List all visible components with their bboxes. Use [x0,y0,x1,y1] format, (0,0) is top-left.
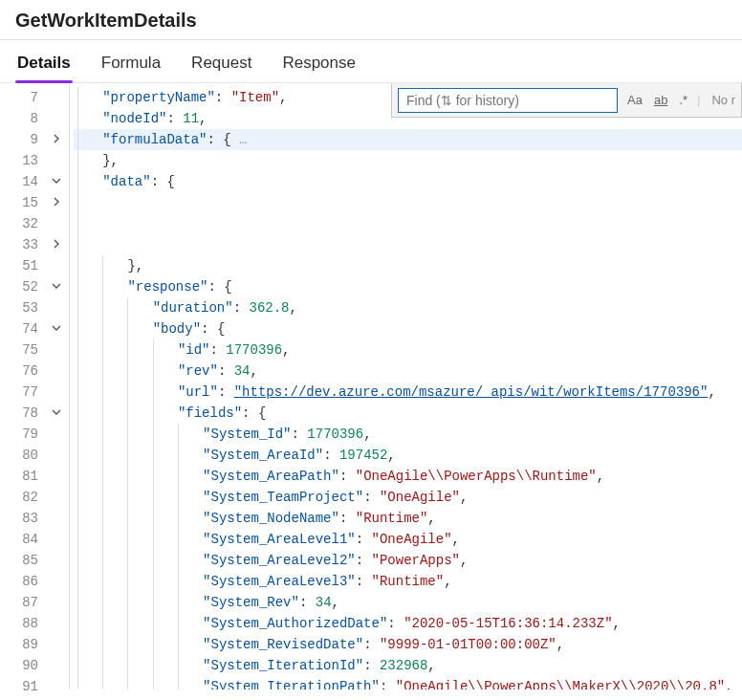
line-number: 33 [0,234,44,255]
line-number: 74 [0,318,44,339]
fold-gutter[interactable] [44,83,69,689]
fold-toggle [44,634,69,655]
fold-toggle [44,87,69,108]
line-number-gutter: 7891314153233515253747576777879808182838… [0,83,44,689]
code-line[interactable]: "System_AreaLevel1": "OneAgile", [74,529,742,550]
tab-details[interactable]: Details [15,48,73,82]
chevron-down-icon[interactable] [52,176,61,186]
code-line[interactable]: "System_AuthorizedDate": "2020-05-15T16:… [74,613,742,634]
line-number: 52 [0,276,44,297]
tab-request[interactable]: Request [189,48,253,82]
code-line[interactable]: "data": { [74,171,742,192]
regex-toggle[interactable]: .* [677,91,689,109]
fold-toggle [44,655,69,676]
fold-toggle[interactable] [44,276,69,297]
fold-toggle [44,466,69,487]
line-number: 84 [0,529,44,550]
code-line[interactable]: "fields": { [74,403,742,424]
tab-bar: DetailsFormulaRequestResponse [0,40,742,83]
fold-toggle [44,424,69,445]
code-line[interactable]: "body": { [74,318,742,339]
chevron-down-icon[interactable] [52,323,61,333]
line-number: 81 [0,466,44,487]
code-line[interactable]: "rev": 34, [74,361,742,382]
match-case-toggle[interactable]: Aa [625,91,644,109]
code-line[interactable]: }, [74,150,742,171]
tab-response[interactable]: Response [280,48,358,82]
line-number: 83 [0,508,44,529]
fold-toggle [44,382,69,403]
code-line[interactable]: "System_IterationId": 232968, [74,655,742,676]
code-line[interactable]: "System_NodeName": "Runtime", [74,508,742,529]
chevron-right-icon[interactable] [52,239,61,249]
gutter-border [69,83,70,689]
code-line[interactable]: "System_Id": 1770396, [74,424,742,445]
fold-toggle[interactable] [44,403,69,424]
page-title: GetWorkItemDetails [0,0,742,39]
fold-toggle[interactable] [44,129,69,150]
find-divider: | [697,93,700,107]
code-line[interactable]: "response": { [74,276,742,297]
code-line[interactable]: "System_TeamProject": "OneAgile", [74,487,742,508]
line-number: 86 [0,571,44,592]
fold-toggle [44,529,69,550]
fold-toggle [44,150,69,171]
code-line[interactable]: "System_AreaLevel2": "PowerApps", [74,550,742,571]
chevron-down-icon[interactable] [52,281,61,291]
line-number: 14 [0,171,44,192]
find-status: No r [711,93,735,107]
code-line[interactable] [74,213,742,234]
fold-toggle [44,508,69,529]
code-line[interactable]: "System_AreaPath": "OneAgile\\PowerApps\… [74,466,742,487]
fold-toggle [44,339,69,361]
fold-toggle[interactable] [44,171,69,192]
find-input[interactable] [398,88,618,113]
code-line[interactable]: "System_RevisedDate": "9999-01-01T00:00:… [74,634,742,655]
fold-toggle [44,213,69,234]
line-number: 15 [0,192,44,213]
line-number: 53 [0,297,44,318]
code-line[interactable]: "System_AreaLevel3": "Runtime", [74,571,742,592]
code-line[interactable]: "id": 1770396, [74,339,742,361]
line-number: 32 [0,213,44,234]
line-number: 75 [0,339,44,361]
code-line[interactable] [74,192,742,213]
tab-formula[interactable]: Formula [99,48,163,82]
code-line[interactable]: }, [74,255,742,276]
fold-toggle [44,108,69,129]
code-line[interactable] [74,234,742,255]
fold-toggle [44,445,69,466]
fold-toggle [44,487,69,508]
fold-toggle [44,613,69,634]
chevron-down-icon[interactable] [52,407,61,417]
line-number: 7 [0,87,44,108]
fold-toggle [44,571,69,592]
whole-word-toggle[interactable]: ab [652,91,669,109]
code-line[interactable]: "System_AreaId": 197452, [74,445,742,466]
line-number: 85 [0,550,44,571]
line-number: 91 [0,676,44,697]
chevron-right-icon[interactable] [52,134,61,143]
line-number: 8 [0,108,44,129]
code-line[interactable]: "duration": 362.8, [74,297,742,318]
line-number: 9 [0,129,44,150]
fold-toggle[interactable] [44,318,69,339]
code-line[interactable]: "System_IterationPath": "OneAgile\\Power… [74,676,742,689]
line-number: 80 [0,445,44,466]
find-widget[interactable]: Aa ab .* | No r [391,83,742,118]
fold-toggle [44,676,69,697]
code-line[interactable]: "System_Rev": 34, [74,592,742,613]
fold-toggle[interactable] [44,192,69,213]
line-number: 13 [0,150,44,171]
line-number: 88 [0,613,44,634]
fold-toggle[interactable] [44,234,69,255]
code-editor[interactable]: 7891314153233515253747576777879808182838… [0,83,742,689]
fold-toggle [44,297,69,318]
chevron-right-icon[interactable] [52,197,61,207]
line-number: 77 [0,382,44,403]
fold-toggle [44,255,69,276]
line-number: 89 [0,634,44,655]
code-content[interactable]: "propertyName": "Item", "nodeId": 11, "f… [74,83,742,689]
code-line[interactable]: "formulaData": { … [74,129,742,150]
code-line[interactable]: "url": "https://dev.azure.com/msazure/_a… [74,382,742,403]
